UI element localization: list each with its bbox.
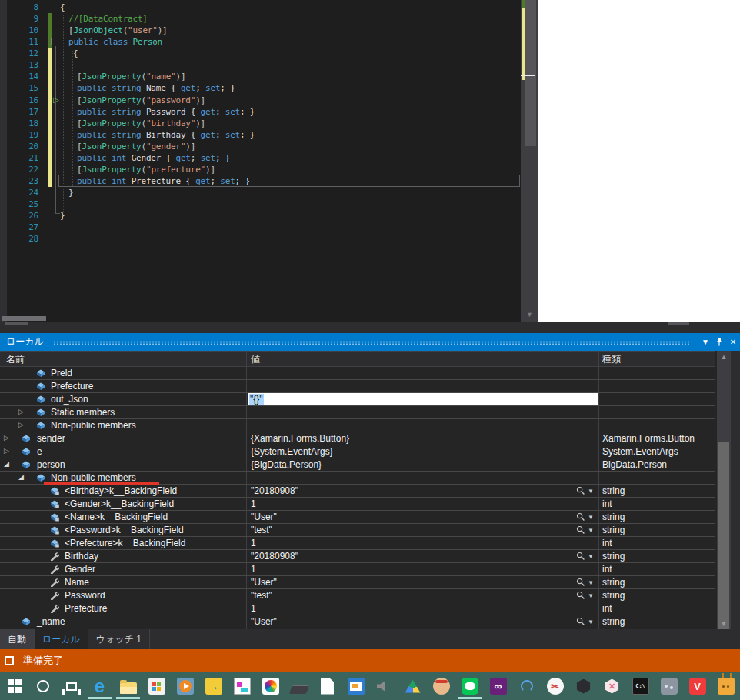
variable-row[interactable]: Preld	[0, 367, 715, 380]
variable-name[interactable]: <Birthday>k__BackingField	[65, 485, 177, 496]
line-icon[interactable]	[455, 672, 484, 700]
variable-value[interactable]: 1	[251, 603, 574, 614]
variable-value[interactable]: 1	[251, 564, 574, 575]
line-number[interactable]: 20	[9, 141, 38, 152]
document-icon[interactable]	[313, 672, 342, 700]
text-visualizer-magnifier-icon[interactable]: ▼	[576, 552, 596, 561]
variable-row[interactable]: <Prefecture>k__BackingField1int	[0, 537, 715, 550]
scroll-up-arrow-icon[interactable]: ▲	[717, 353, 731, 361]
visual-studio-icon[interactable]: ∞	[484, 672, 512, 700]
variable-row[interactable]: <Birthday>k__BackingField"20180908"▼stri…	[0, 485, 715, 498]
line-number[interactable]: 28	[9, 233, 38, 245]
code-line[interactable]: 20[JsonProperty("gender")]	[0, 141, 538, 152]
google-drive-icon[interactable]	[398, 672, 427, 700]
scroll-down-arrow-icon[interactable]: ▼	[717, 620, 731, 628]
locals-title-bar[interactable]: ローカル ▼ ✕	[0, 333, 740, 351]
variable-name[interactable]: Static members	[51, 407, 115, 418]
close-icon[interactable]: ✕	[726, 338, 740, 346]
start-icon[interactable]	[0, 672, 28, 700]
line-number[interactable]: 25	[9, 198, 38, 210]
media-player-icon[interactable]	[171, 672, 199, 700]
line-number[interactable]: 26	[9, 210, 38, 222]
variable-name[interactable]: <Name>k__BackingField	[65, 512, 168, 522]
utility-icon[interactable]: ✂	[541, 672, 569, 700]
locals-vertical-scrollbar[interactable]: ▲ ▼	[717, 351, 731, 629]
expand-expander-icon[interactable]: ▷	[4, 434, 9, 442]
code-line[interactable]: 27	[0, 222, 538, 233]
blue-ring-app-icon[interactable]	[512, 672, 541, 700]
cortana-icon[interactable]	[28, 672, 57, 700]
column-header-type[interactable]: 種類	[602, 353, 621, 366]
variable-value[interactable]: "User"	[251, 616, 574, 627]
edge-icon[interactable]: e	[85, 672, 114, 700]
line-number[interactable]: 11	[9, 36, 38, 48]
variable-name[interactable]: Non-public members	[51, 420, 136, 431]
variable-row[interactable]: Password"test"▼string	[0, 589, 715, 602]
variable-row[interactable]: Gender1int	[0, 563, 715, 576]
color-wheel-icon[interactable]	[256, 672, 285, 700]
code-line[interactable]: 9//[DataContract]	[0, 13, 538, 25]
line-number[interactable]: 15	[9, 82, 38, 94]
variable-value[interactable]: {Xamarin.Forms.Button}	[251, 433, 574, 444]
tab-2[interactable]: ウォッチ 1	[88, 629, 150, 649]
line-number[interactable]: 14	[9, 71, 38, 82]
variable-row[interactable]: <Name>k__BackingField"User"▼string	[0, 511, 715, 524]
line-number[interactable]: 24	[9, 187, 38, 198]
code-line[interactable]: 22[JsonProperty("prefecture")]	[0, 164, 538, 175]
variable-row[interactable]: Birthday"20180908"▼string	[0, 550, 715, 563]
store-icon[interactable]	[142, 672, 171, 700]
expand-expander-icon[interactable]: ▷	[4, 447, 9, 455]
variable-value[interactable]: "test"	[251, 590, 574, 601]
task-view-icon[interactable]	[57, 672, 85, 700]
variable-row[interactable]: Name"User"▼string	[0, 576, 715, 589]
touchpad-icon[interactable]	[285, 672, 313, 700]
variable-row[interactable]: ▷Non-public members	[0, 419, 715, 432]
tab-0[interactable]: 自動	[0, 629, 35, 649]
variable-value[interactable]: "User"	[251, 512, 574, 522]
variable-row[interactable]: ▷sender{Xamarin.Forms.Button}Xamarin.For…	[0, 432, 715, 445]
code-line[interactable]: 8{	[0, 2, 538, 13]
variable-name[interactable]: person	[37, 459, 65, 470]
collapse-expander-icon[interactable]: ◢	[18, 473, 24, 481]
variable-row[interactable]: <Gender>k__BackingField1int	[0, 498, 715, 511]
code-line[interactable]: 21public int Gender { get; set; }	[0, 152, 538, 164]
column-header-name[interactable]: 名前	[6, 353, 25, 366]
volume-icon[interactable]	[370, 672, 398, 700]
tab-active-1[interactable]: ローカル	[35, 629, 88, 649]
variable-row[interactable]: Prefecture1int	[0, 602, 715, 615]
code-line[interactable]: 26}	[0, 210, 538, 222]
variable-row[interactable]: <Password>k__BackingField"test"▼string	[0, 524, 715, 537]
photo-viewer-icon[interactable]	[342, 672, 370, 700]
code-line[interactable]: 15public string Name { get; set; }	[0, 82, 538, 94]
retro-tv-icon[interactable]	[712, 672, 740, 700]
variable-row[interactable]: ▷e{System.EventArgs}System.EventArgs	[0, 445, 715, 458]
column-header-value[interactable]: 値	[251, 353, 260, 366]
variable-name[interactable]: sender	[37, 433, 65, 444]
code-line[interactable]: 13	[0, 59, 538, 71]
code-line[interactable]: 10[JsonObject("user")]	[0, 25, 538, 36]
code-line[interactable]: 19public string Birthday { get; set; }	[0, 129, 538, 141]
variable-name[interactable]: Non-public members	[51, 472, 136, 483]
line-number[interactable]: 10	[9, 25, 38, 36]
text-visualizer-magnifier-icon[interactable]: ▼	[576, 512, 596, 522]
scrollbar-thumb[interactable]	[718, 442, 729, 632]
text-visualizer-magnifier-icon[interactable]: ▼	[576, 486, 596, 495]
variable-name[interactable]: e	[37, 446, 42, 457]
variable-row[interactable]: out_Json"{}"	[0, 393, 715, 406]
pin-icon[interactable]	[712, 337, 726, 348]
variable-name[interactable]: <Gender>k__BackingField	[65, 498, 174, 509]
variable-name[interactable]: <Password>k__BackingField	[65, 525, 184, 535]
variable-value[interactable]: {BigData.Person}	[251, 459, 574, 470]
scrollbar-thumb[interactable]	[525, 0, 536, 146]
code-line[interactable]: 25	[0, 198, 538, 210]
code-line[interactable]: 12{	[0, 48, 538, 59]
line-number[interactable]: 17	[9, 106, 38, 118]
editor-horizontal-scrollbar-thumb[interactable]	[2, 316, 46, 321]
variable-name[interactable]: Prefecture	[51, 381, 93, 392]
variable-row[interactable]: Prefecture	[0, 380, 715, 393]
collapse-expander-icon[interactable]: ◢	[4, 460, 9, 468]
editor-vertical-scrollbar[interactable]: ▼	[521, 0, 538, 322]
variable-row[interactable]: _name"User"▼string	[0, 615, 715, 628]
notes-icon[interactable]	[228, 672, 256, 700]
code-line[interactable]: 24}	[0, 187, 538, 198]
